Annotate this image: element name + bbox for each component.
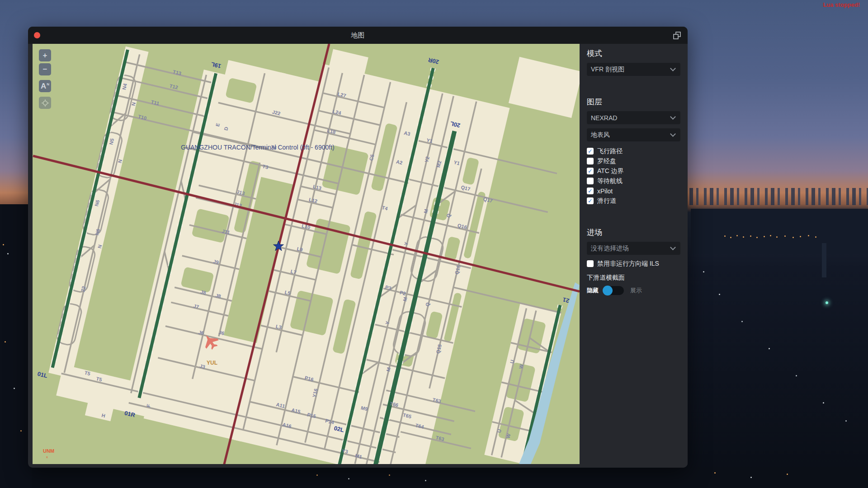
scenery-light [770,235,771,236]
scenery-light [764,236,765,237]
scenery-light [724,235,726,237]
layer-checkbox[interactable]: ✓ [587,168,594,174]
scenery-light [316,474,318,476]
scenery-light [3,244,4,245]
scenery-light [714,472,716,474]
map-controls: + − AN [39,49,54,111]
mode-heading: 模式 [587,48,680,59]
wind-layer-value: 地表风 [591,131,610,139]
scenery-light [826,301,828,304]
foreground-apron-silhouette [0,467,868,488]
scenery-light [5,341,6,343]
chevron-down-icon [670,66,676,71]
layer-checkbox-row[interactable]: ✓xPilot [587,186,680,196]
popout-window-button[interactable] [672,31,682,41]
waypoint-mark: x [46,455,48,459]
layer-checkbox-list: ✓飞行路径罗经盘✓ATC 边界等待航线✓xPilot✓滑行道 [587,146,680,206]
scenery-light [425,480,426,481]
airport-terminal-silhouette [691,209,868,254]
aircraft-callsign-label: YUL [207,360,217,366]
scenery-light [7,253,9,254]
toggle-left-label: 隐藏 [587,286,599,295]
scenery-light [348,478,349,479]
zoom-out-button[interactable]: − [39,63,51,75]
layer-checkbox-label: 罗经盘 [597,157,616,165]
layer-checkbox-row[interactable]: ✓滑行道 [587,196,680,206]
layer-checkbox[interactable] [587,178,594,184]
layer-checkbox[interactable] [587,158,594,164]
layer-checkbox-label: 飞行路径 [597,147,623,155]
scenery-light [756,237,758,238]
scenery-light [793,237,794,238]
ils-checkbox[interactable] [587,260,594,267]
scenery-light [796,375,797,376]
airport-map-canvas[interactable]: T13T12T11T10J22T4T3T4J13J12J11J9J8J8J7J6… [33,44,580,464]
glideslope-toggle[interactable] [603,286,624,295]
scenery-light [750,477,752,478]
zoom-in-button[interactable]: + [39,49,51,61]
scenery-light [14,388,15,389]
crosshair-icon [42,99,49,107]
ils-checkbox-label: 禁用非运行方向端 ILS [597,260,659,268]
scenery-light [750,235,751,237]
close-button[interactable] [34,32,40,38]
center-on-aircraft-button[interactable] [39,97,51,109]
layer-checkbox-label: ATC 边界 [597,167,624,175]
chevron-down-icon [670,244,676,250]
scenery-light [800,236,801,237]
scenery-light [743,236,744,238]
city-skyline-silhouette [678,188,868,205]
scenery-light [776,236,778,238]
weather-layer-dropdown[interactable]: NEXRAD [587,111,680,124]
weather-layer-value: NEXRAD [591,114,617,122]
north-up-button[interactable]: AN [39,80,51,92]
layers-heading: 图层 [587,97,680,107]
scenery-light [815,236,816,238]
wind-layer-dropdown[interactable]: 地表风 [587,128,680,141]
lua-alert-text: Lua stopped! [823,1,860,8]
approach-value: 没有选择进场 [591,244,629,253]
window-titlebar[interactable]: 地图 [28,27,688,44]
approach-dropdown[interactable]: 没有选择进场 [587,242,680,255]
layer-checkbox[interactable]: ✓ [587,197,594,204]
popout-icon [672,31,682,41]
map-window: 地图 [28,27,688,468]
scenery-light [703,271,704,272]
scenery-light [389,474,390,476]
layer-checkbox-row[interactable]: ✓飞行路径 [587,146,680,156]
mode-value: VFR 剖视图 [591,66,624,74]
left-apron-silhouette [0,204,32,488]
control-tower-silhouette [822,243,826,277]
layer-checkbox-row[interactable]: 罗经盘 [587,156,680,166]
layer-checkbox[interactable]: ✓ [587,188,594,194]
layer-checkbox-row[interactable]: ✓ATC 边界 [587,166,680,176]
scenery-light [730,237,731,238]
mode-dropdown[interactable]: VFR 剖视图 [587,63,680,76]
atc-boundary-label: GUANGZHOU TRACON/Terminal Control (0ft -… [181,144,335,151]
layer-checkbox-row[interactable]: 等待航线 [587,176,680,186]
window-title: 地图 [28,27,688,44]
layer-checkbox-label: 等待航线 [597,177,623,185]
glideslope-section-label: 下滑道横截面 [587,274,680,282]
scenery-light [719,294,720,295]
layer-checkbox[interactable]: ✓ [587,148,594,155]
scenery-light [741,321,743,322]
toggle-knob[interactable] [603,286,613,296]
scenery-light [20,430,22,432]
map-settings-panel: 模式 VFR 剖视图 图层 NEXRAD 地表风 ✓飞行路径罗经盘✓ATC 边界… [580,44,688,468]
north-sup-label: N [47,82,49,86]
layer-checkbox-label: xPilot [597,188,613,195]
ils-checkbox-row[interactable]: 禁用非运行方向端 ILS [587,259,680,268]
glideslope-toggle-row: 隐藏 展示 [587,286,680,295]
scenery-light [808,235,809,236]
waypoint-label: UNM [43,448,54,454]
chevron-down-icon [670,131,676,137]
scenery-light [787,474,788,475]
approach-heading: 进场 [587,227,680,238]
toggle-right-label: 展示 [630,286,642,295]
scenery-light [784,235,786,237]
chevron-down-icon [670,114,676,120]
scenery-light [823,402,824,404]
scenery-light [769,348,770,349]
scenery-light [845,420,847,422]
